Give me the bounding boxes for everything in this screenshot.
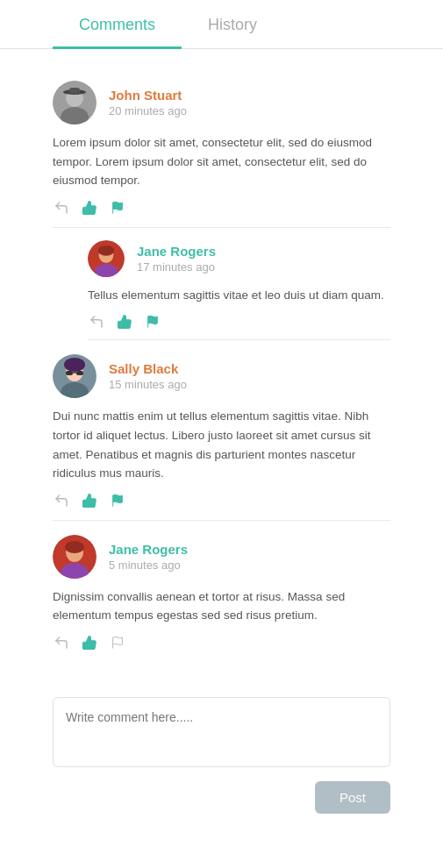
comment-text: Lorem ipsum dolor sit amet, consectetur …	[53, 133, 390, 190]
comment-author: John Stuart	[109, 88, 187, 103]
comment-header: Jane Rogers 17 minutes ago	[88, 240, 390, 277]
flag-icon[interactable]	[144, 313, 161, 331]
comment-time: 5 minutes ago	[109, 559, 188, 572]
comment-author: Jane Rogers	[137, 244, 216, 259]
reply-icon[interactable]	[53, 634, 70, 651]
comment-text: Dui nunc mattis enim ut tellus elementum…	[53, 407, 390, 482]
comment-input-area: Post	[53, 697, 390, 814]
avatar	[53, 535, 96, 579]
comment-header: John Stuart 20 minutes ago	[53, 81, 390, 125]
comment-actions	[53, 634, 390, 651]
avatar	[88, 240, 125, 277]
reply-icon[interactable]	[53, 492, 70, 509]
like-icon[interactable]	[81, 199, 98, 217]
comment-item: Jane Rogers 5 minutes ago Dignissim conv…	[53, 521, 390, 662]
reply-item: Jane Rogers 17 minutes ago Tellus elemen…	[88, 228, 390, 341]
svg-rect-4	[69, 88, 80, 94]
reply-icon[interactable]	[53, 199, 70, 217]
svg-point-9	[98, 245, 114, 256]
comment-text: Dignissim convallis aenean et tortor at …	[53, 587, 390, 625]
comment-input[interactable]	[53, 697, 390, 767]
comment-text: Tellus elementum sagittis vitae et leo d…	[88, 286, 390, 305]
comment-meta: Jane Rogers 5 minutes ago	[109, 542, 188, 572]
comment-actions	[88, 313, 390, 331]
avatar	[53, 354, 96, 398]
comment-meta: Sally Black 15 minutes ago	[109, 361, 187, 391]
comment-actions	[53, 492, 390, 509]
comment-meta: John Stuart 20 minutes ago	[109, 88, 187, 117]
tab-comments[interactable]: Comments	[53, 0, 182, 49]
comment-item: Sally Black 15 minutes ago Dui nunc matt…	[53, 340, 390, 520]
flag-icon[interactable]	[109, 199, 126, 217]
svg-point-22	[65, 541, 84, 553]
post-button-row: Post	[53, 781, 390, 814]
flag-icon[interactable]	[109, 492, 126, 509]
comments-list: John Stuart 20 minutes ago Lorem ipsum d…	[0, 49, 443, 679]
flag-icon[interactable]	[109, 634, 126, 651]
avatar	[53, 81, 96, 125]
comment-actions	[53, 199, 390, 217]
comment-item: John Stuart 20 minutes ago Lorem ipsum d…	[53, 67, 390, 228]
comment-time: 20 minutes ago	[109, 104, 187, 117]
like-icon[interactable]	[116, 313, 133, 331]
comment-header: Sally Black 15 minutes ago	[53, 354, 390, 398]
svg-rect-16	[76, 371, 83, 375]
post-button[interactable]: Post	[315, 781, 390, 814]
svg-point-14	[64, 358, 85, 372]
tabs-bar: Comments History	[0, 0, 443, 49]
like-icon[interactable]	[81, 634, 98, 651]
svg-rect-15	[66, 371, 73, 375]
comment-header: Jane Rogers 5 minutes ago	[53, 535, 390, 579]
reply-icon[interactable]	[88, 313, 105, 331]
comment-time: 15 minutes ago	[109, 378, 187, 391]
comment-time: 17 minutes ago	[137, 260, 216, 274]
app-container: Comments History John	[0, 0, 443, 868]
comment-meta: Jane Rogers 17 minutes ago	[137, 244, 216, 274]
tab-history[interactable]: History	[182, 0, 283, 49]
comment-author: Jane Rogers	[109, 542, 188, 557]
comment-author: Sally Black	[109, 361, 187, 376]
like-icon[interactable]	[81, 492, 98, 509]
